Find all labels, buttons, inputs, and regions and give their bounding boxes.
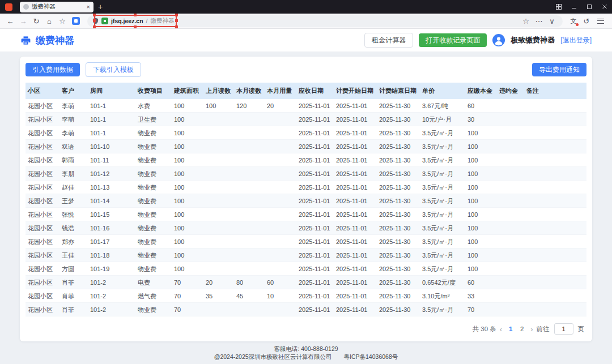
table-cell <box>265 126 296 140</box>
minimize-button[interactable] <box>566 0 581 14</box>
table-row: 花园小区肖菲101-2物业费702025-11-012025-11-012025… <box>26 303 586 316</box>
table-cell: 花园小区 <box>26 167 60 181</box>
bookmarks-toolbar-icon[interactable]: ☆ <box>57 15 68 27</box>
goto-label: 前往 <box>537 325 550 333</box>
table-cell: 2025-11-01 <box>334 99 377 113</box>
menu-icon[interactable] <box>597 19 604 24</box>
table-cell: 物业费 <box>135 126 172 140</box>
column-header: 建筑面积 <box>172 83 203 99</box>
table-cell: 物业费 <box>135 262 172 276</box>
table-cell: 70 <box>465 303 497 316</box>
close-button[interactable] <box>597 0 612 14</box>
table-cell: 3.5元/㎡·月 <box>420 303 465 316</box>
table-cell: 70 <box>172 303 203 316</box>
table-cell: 70 <box>172 289 203 303</box>
page-goto-input[interactable] <box>554 323 573 335</box>
rent-calculator-button[interactable]: 租金计算器 <box>364 33 413 48</box>
table-cell: 花园小区 <box>26 303 60 316</box>
browser-app-icon[interactable] <box>5 3 12 11</box>
import-fee-data-button[interactable]: 引入费用数据 <box>26 63 80 76</box>
session-restore-icon[interactable]: ↺ <box>581 15 592 27</box>
new-tab-button[interactable]: + <box>98 3 103 11</box>
table-cell: 物业费 <box>135 249 172 262</box>
table-cell <box>265 140 296 153</box>
card-toolbar: 引入费用数据 下载引入模板 导出费用通知 <box>26 62 586 77</box>
table-cell <box>497 208 524 221</box>
table-cell: 李萌 <box>60 126 88 140</box>
back-button[interactable]: ← <box>5 15 16 27</box>
table-cell <box>234 262 265 276</box>
table-cell: 120 <box>234 99 265 113</box>
shield-icon[interactable] <box>92 18 99 24</box>
table-cell: 100 <box>172 99 203 113</box>
table-cell: 100 <box>172 140 203 153</box>
table-cell <box>497 276 524 289</box>
urlbar-actions: ☆ ⋯ ∨ <box>520 15 558 27</box>
table-cell: 60 <box>465 276 497 289</box>
table-cell: 2025-11-30 <box>377 181 420 194</box>
table-cell: 3.67元/吨 <box>420 99 465 113</box>
fee-card: 引入费用数据 下载引入模板 导出费用通知 小区客户房间收费项目建筑面积上月读数本… <box>20 57 592 341</box>
column-header: 备注 <box>524 83 586 99</box>
forward-button[interactable]: → <box>18 15 29 27</box>
table-cell <box>234 140 265 153</box>
tab-close-icon[interactable]: × <box>87 4 90 10</box>
table-cell: 双语 <box>60 140 88 153</box>
prev-page-icon[interactable]: ‹ <box>500 325 502 333</box>
site-extension-icon[interactable] <box>101 18 108 24</box>
address-bar[interactable]: jfsq.jeez.cn / 缴费神器 ☆ ⋯ ∨ <box>87 15 563 27</box>
download-template-button[interactable]: 下载引入模板 <box>86 62 141 77</box>
extension-icon[interactable] <box>72 17 80 25</box>
table-cell: 肖菲 <box>60 276 88 289</box>
table-row: 花园小区赵佳101-13物业费1002025-11-012025-11-0120… <box>26 181 586 194</box>
export-fee-notice-button[interactable]: 导出费用通知 <box>532 63 586 76</box>
table-cell: 2025-11-01 <box>296 289 334 303</box>
browser-navbar: ← → ↻ ⌂ ☆ jfsq.jeez.cn / 缴费神器 ☆ ⋯ ∨ 文 ↺ <box>0 14 612 29</box>
table-cell: 肖菲 <box>60 289 88 303</box>
table-row: 花园小区李萌101-1物业费1002025-11-012025-11-01202… <box>26 126 586 140</box>
snap-layout-icon[interactable] <box>551 0 566 14</box>
table-cell <box>203 153 234 167</box>
table-cell <box>497 235 524 249</box>
table-cell: 钱浩 <box>60 221 88 235</box>
browser-tab[interactable]: 缴费神器 × <box>20 2 94 12</box>
table-cell: 2025-11-01 <box>296 126 334 140</box>
table-cell <box>203 208 234 221</box>
table-cell: 100 <box>172 181 203 194</box>
column-header: 计费结束日期 <box>377 83 420 99</box>
table-cell: 3.5元/㎡·月 <box>420 167 465 181</box>
table-cell: 3.5元/㎡·月 <box>420 153 465 167</box>
home-button[interactable]: ⌂ <box>44 15 55 27</box>
table-cell: 物业费 <box>135 235 172 249</box>
translate-extension-icon[interactable]: 文 <box>568 15 579 27</box>
table-cell: 100 <box>172 249 203 262</box>
reload-button[interactable]: ↻ <box>31 15 42 27</box>
maximize-button[interactable] <box>581 0 597 14</box>
total-count: 共 30 条 <box>473 325 496 333</box>
table-cell <box>497 249 524 262</box>
open-collection-record-button[interactable]: 打开收款记录页面 <box>419 33 487 47</box>
table-cell: 3.5元/㎡·月 <box>420 194 465 208</box>
table-cell: 0.6542元/度 <box>420 276 465 289</box>
avatar[interactable] <box>492 34 505 46</box>
browser-titlebar: 缴费神器 × + <box>0 0 612 14</box>
table-cell: 100 <box>172 113 203 126</box>
next-page-icon[interactable]: › <box>530 325 533 333</box>
column-header: 客户 <box>60 83 88 99</box>
table-cell: 2025-11-01 <box>296 153 334 167</box>
table-cell: 2025-11-30 <box>377 249 420 262</box>
table-cell <box>524 303 586 316</box>
page-actions-icon[interactable]: ⋯ <box>533 15 545 27</box>
table-cell: 2025-11-30 <box>377 208 420 221</box>
page-button-1[interactable]: 1 <box>505 323 516 335</box>
bookmark-page-icon[interactable]: ☆ <box>520 15 532 27</box>
table-cell <box>265 208 296 221</box>
table-cell: 2025-11-01 <box>334 262 377 276</box>
urlbar-dropdown-icon[interactable]: ∨ <box>546 15 558 27</box>
table-cell <box>234 167 265 181</box>
app-header: 缴费神器 租金计算器 打开收款记录页面 极致缴费神器 [退出登录] <box>0 29 612 52</box>
table-cell <box>497 303 524 316</box>
page-button-2[interactable]: 2 <box>517 323 527 335</box>
table-cell: 电费 <box>135 276 172 289</box>
logout-link[interactable]: [退出登录] <box>560 36 592 45</box>
